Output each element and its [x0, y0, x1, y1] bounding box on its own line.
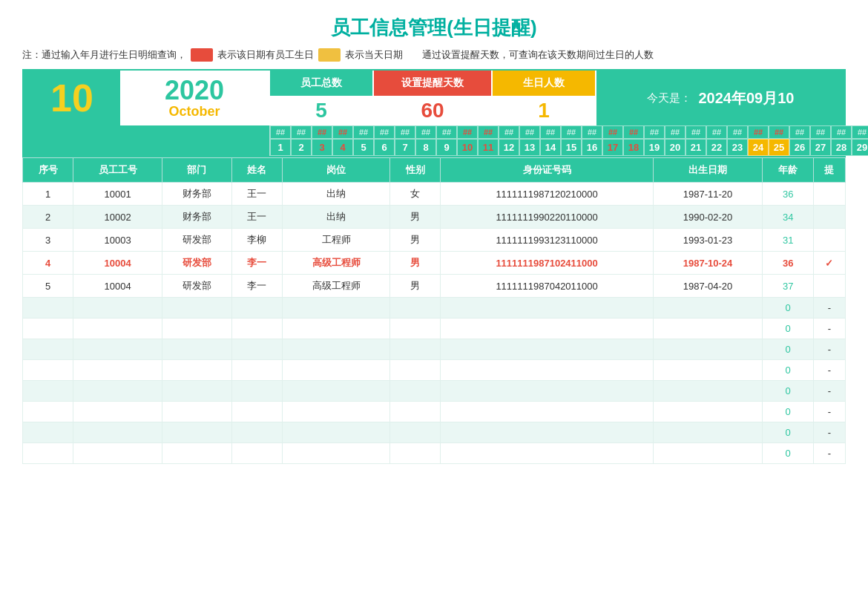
employee-total-value: 5	[270, 96, 372, 125]
calendar-section: ########################################…	[24, 125, 844, 156]
hash-cell-14: ##	[540, 125, 561, 139]
month-box: 10	[24, 71, 120, 125]
day-cell-22: 22	[706, 139, 727, 156]
day-cell-6: 6	[374, 139, 395, 156]
day-cell-21: 21	[685, 139, 706, 156]
empty-row: 0-	[23, 402, 846, 422]
day-cell-1: 1	[270, 139, 291, 156]
col-header-5: 性别	[389, 158, 440, 183]
day-cell-18: 18	[623, 139, 644, 156]
day-cell-24: 24	[748, 139, 769, 156]
hash-cell-23: ##	[727, 125, 748, 139]
page-title: 员工信息管理(生日提醒)	[22, 15, 846, 41]
notice-red-label: 表示该日期有员工生日	[217, 48, 314, 62]
hash-cell-26: ##	[789, 125, 810, 139]
hash-cell-18: ##	[623, 125, 644, 139]
empty-row: 0-	[23, 360, 846, 381]
day-cell-5: 5	[353, 139, 374, 156]
day-cell-26: 26	[789, 139, 810, 156]
day-cell-8: 8	[415, 139, 436, 156]
col-header-1: 员工工号	[73, 158, 162, 183]
hash-cell-25: ##	[769, 125, 789, 139]
col-header-7: 出生日期	[653, 158, 763, 183]
month-name: October	[168, 104, 220, 120]
table-row: 110001财务部王一出纳女11111119871202100001987-11…	[23, 183, 846, 206]
day-cell-29: 29	[852, 139, 868, 156]
notice-yellow-label: 表示当天日期	[345, 48, 403, 62]
notice-suffix: 通过设置提醒天数，可查询在该天数期间过生日的人数	[422, 48, 654, 62]
day-cell-17: 17	[602, 139, 623, 156]
hash-cell-9: ##	[436, 125, 457, 139]
day-cell-27: 27	[810, 139, 831, 156]
notice-prefix: 注：通过输入年月进行生日明细查询，	[22, 48, 186, 62]
hash-cell-19: ##	[644, 125, 665, 139]
table-row: 310003研发部李柳工程师男11111119931231100001993-0…	[23, 229, 846, 252]
hash-cell-12: ##	[499, 125, 519, 139]
day-cell-12: 12	[499, 139, 519, 156]
hash-cell-7: ##	[395, 125, 415, 139]
day-cell-25: 25	[769, 139, 789, 156]
hash-cell-24: ##	[748, 125, 769, 139]
notice-yellow-indicator	[318, 48, 341, 62]
hash-cell-11: ##	[478, 125, 499, 139]
empty-row: 0-	[23, 422, 846, 443]
days-grid: ########################################…	[270, 125, 868, 156]
hash-cell-29: ##	[852, 125, 868, 139]
month-number: 10	[50, 79, 93, 117]
day-cell-9: 9	[436, 139, 457, 156]
table-row: 210002财务部王一出纳男11111119902201100001990-02…	[23, 206, 846, 229]
today-label: 今天是：	[647, 91, 691, 105]
col-header-2: 部门	[162, 158, 231, 183]
employee-table: 序号员工工号部门姓名岗位性别身份证号码出生日期年龄提 110001财务部王一出纳…	[22, 157, 846, 464]
empty-row: 0-	[23, 339, 846, 360]
reminder-days-label: 设置提醒天数	[374, 71, 491, 96]
hash-cell-6: ##	[374, 125, 395, 139]
hash-cell-16: ##	[582, 125, 602, 139]
hash-cell-17: ##	[602, 125, 623, 139]
day-cell-3: 3	[312, 139, 332, 156]
birthday-count-label: 生日人数	[493, 71, 595, 96]
today-value: 2024年09月10	[699, 88, 795, 108]
col-header-4: 岗位	[283, 158, 390, 183]
day-cell-4: 4	[332, 139, 353, 156]
day-cell-14: 14	[540, 139, 561, 156]
day-cell-19: 19	[644, 139, 665, 156]
employee-total-label: 员工总数	[270, 71, 372, 96]
day-cell-13: 13	[519, 139, 540, 156]
hash-cell-15: ##	[561, 125, 582, 139]
year-number: 2020	[165, 77, 224, 104]
hash-cell-20: ##	[665, 125, 685, 139]
day-cell-16: 16	[582, 139, 602, 156]
year-box: 2020 October	[120, 71, 269, 125]
day-cell-2: 2	[291, 139, 312, 156]
col-header-6: 身份证号码	[441, 158, 653, 183]
hash-cell-10: ##	[457, 125, 478, 139]
calendar-left-spacer	[24, 125, 270, 156]
empty-row: 0-	[23, 319, 846, 339]
number-row: 1234567891011121314151617181920212223242…	[270, 139, 868, 156]
day-cell-7: 7	[395, 139, 415, 156]
hash-cell-1: ##	[270, 125, 291, 139]
notice-red-indicator	[191, 48, 213, 62]
table-row: 410004研发部李一高级工程师男11111119871024110001987…	[23, 252, 846, 275]
hash-cell-5: ##	[353, 125, 374, 139]
day-cell-28: 28	[831, 139, 852, 156]
hash-row: ########################################…	[270, 125, 868, 139]
hash-cell-28: ##	[831, 125, 852, 139]
day-cell-11: 11	[478, 139, 499, 156]
hash-cell-2: ##	[291, 125, 312, 139]
reminder-days-value: 60	[374, 96, 491, 125]
col-header-3: 姓名	[231, 158, 282, 183]
today-section: 今天是： 2024年09月10	[595, 71, 844, 125]
empty-row: 0-	[23, 443, 846, 464]
birthday-count-value: 1	[493, 96, 595, 125]
hash-cell-21: ##	[685, 125, 706, 139]
hash-cell-13: ##	[519, 125, 540, 139]
day-cell-20: 20	[665, 139, 685, 156]
day-cell-23: 23	[727, 139, 748, 156]
empty-row: 0-	[23, 298, 846, 319]
notice-bar: 注：通过输入年月进行生日明细查询， 表示该日期有员工生日 表示当天日期 通过设置…	[22, 48, 846, 62]
hash-cell-22: ##	[706, 125, 727, 139]
day-cell-15: 15	[561, 139, 582, 156]
col-header-0: 序号	[23, 158, 73, 183]
